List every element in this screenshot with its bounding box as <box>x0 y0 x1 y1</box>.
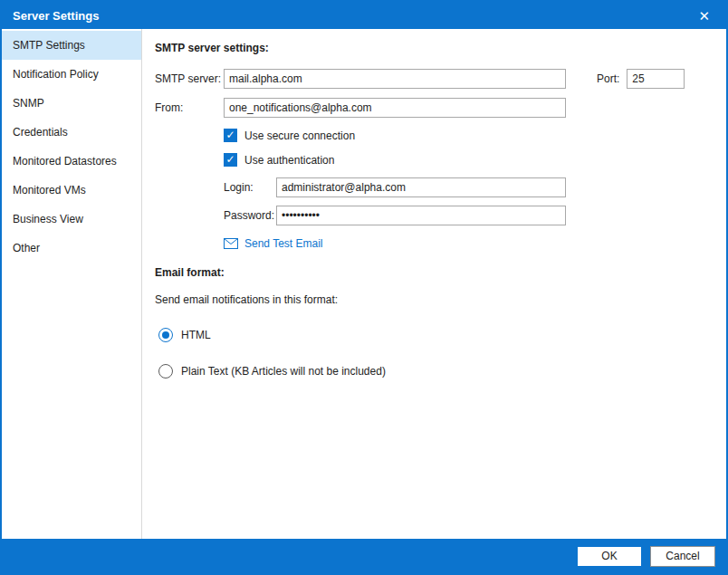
radio-selected-icon <box>158 328 173 342</box>
cancel-button[interactable]: Cancel <box>650 546 715 567</box>
password-input[interactable] <box>276 206 566 225</box>
login-input[interactable] <box>276 177 566 197</box>
radio-plain-text-label: Plain Text (KB Articles will not be incl… <box>181 365 386 378</box>
sidebar-item-snmp[interactable]: SNMP <box>2 89 141 118</box>
smtp-section-title: SMTP server settings: <box>155 42 714 54</box>
sidebar-item-smtp-settings[interactable]: SMTP Settings <box>2 31 141 60</box>
login-label: Login: <box>224 181 276 194</box>
title-bar: Server Settings ✕ <box>2 2 726 29</box>
from-label: From: <box>155 101 224 114</box>
server-settings-dialog: Server Settings ✕ SMTP Settings Notifica… <box>0 0 728 575</box>
login-row: Login: <box>224 177 714 197</box>
smtp-server-input[interactable] <box>224 69 566 89</box>
email-format-section-title: Email format: <box>155 266 714 279</box>
send-test-email-link[interactable]: Send Test Email <box>224 237 714 250</box>
sidebar-item-notification-policy[interactable]: Notification Policy <box>2 60 141 89</box>
port-input[interactable] <box>627 69 685 89</box>
email-format-description: Send email notifications in this format: <box>155 293 714 306</box>
use-authentication-label: Use authentication <box>244 154 334 167</box>
sidebar-item-credentials[interactable]: Credentials <box>2 118 141 147</box>
sidebar-item-monitored-vms[interactable]: Monitored VMs <box>2 176 141 205</box>
checkbox-checked-icon: ✓ <box>224 153 237 167</box>
dialog-footer: OK Cancel <box>2 539 726 573</box>
send-test-email-label: Send Test Email <box>244 237 323 250</box>
radio-html-label: HTML <box>181 329 211 341</box>
port-label: Port: <box>597 72 619 85</box>
radio-unselected-icon <box>158 364 173 379</box>
secure-connection-label: Use secure connection <box>244 129 355 142</box>
sidebar-item-monitored-datastores[interactable]: Monitored Datastores <box>2 147 141 176</box>
from-input[interactable] <box>224 98 566 118</box>
envelope-icon <box>224 238 238 249</box>
sidebar-item-business-view[interactable]: Business View <box>2 205 141 234</box>
use-authentication-checkbox[interactable]: ✓ Use authentication <box>224 153 714 167</box>
secure-connection-checkbox[interactable]: ✓ Use secure connection <box>224 129 714 142</box>
smtp-settings-panel: SMTP server settings: SMTP server: Port:… <box>142 29 726 539</box>
close-icon[interactable]: ✕ <box>693 9 715 23</box>
from-row: From: <box>155 98 714 118</box>
dialog-title: Server Settings <box>13 9 99 23</box>
password-label: Password: <box>224 209 276 222</box>
dialog-body: SMTP Settings Notification Policy SNMP C… <box>2 29 726 539</box>
checkbox-checked-icon: ✓ <box>224 129 237 142</box>
radio-plain-text[interactable]: Plain Text (KB Articles will not be incl… <box>158 364 714 379</box>
radio-html[interactable]: HTML <box>158 328 714 342</box>
ok-button[interactable]: OK <box>577 546 642 567</box>
settings-sidebar: SMTP Settings Notification Policy SNMP C… <box>2 29 142 539</box>
password-row: Password: <box>224 206 714 225</box>
smtp-server-label: SMTP server: <box>155 72 224 85</box>
smtp-server-row: SMTP server: Port: <box>155 69 714 89</box>
sidebar-item-other[interactable]: Other <box>2 234 141 263</box>
